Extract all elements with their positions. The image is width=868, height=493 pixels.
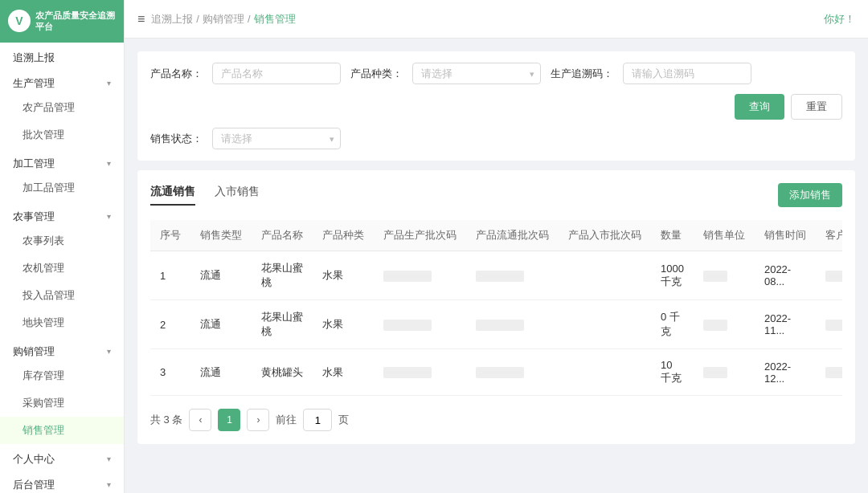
cell-prod-batch [374,300,466,349]
filter-row-1: 产品名称： 产品种类： 请选择 生产追溯码： 查询 重置 [150,63,842,120]
logo-icon: V [8,10,31,32]
cell-sale-time: 2022-12... [755,349,816,396]
cell-sale-type: 流通 [190,300,252,349]
menu-icon[interactable]: ≡ [137,12,145,26]
table-header: 序号 销售类型 产品名称 产品种类 产品生产批次码 产品流通批次码 产品入市批次… [150,220,842,251]
cell-prod-batch [374,251,466,300]
trace-code-input[interactable] [623,63,751,84]
product-type-select-wrapper: 请选择 [412,63,541,84]
cell-sale-type: 流通 [190,251,252,300]
sidebar-section-processing[interactable]: 加工管理 ▾ [0,149,124,174]
breadcrumb-trace[interactable]: 追溯上报 [151,12,193,26]
trace-code-label: 生产追溯码： [551,67,613,81]
sidebar-section-admin[interactable]: 后台管理 ▾ [0,470,124,493]
sidebar-item-sales-mgmt[interactable]: 销售管理 [0,417,124,444]
col-customer: 客户信息 [816,220,842,251]
cell-index: 2 [150,300,190,349]
page-label: 页 [338,413,349,427]
tab-circulation[interactable]: 流通销售 [150,185,195,206]
sidebar-item-block[interactable]: 地块管理 [0,309,124,336]
cell-index: 1 [150,251,190,300]
breadcrumb-current: 销售管理 [254,12,296,26]
logo-text: 农产品质量安全追溯平台 [35,10,116,33]
cell-product-name: 黄桃罐头 [252,349,313,396]
pagination: 共 3 条 ‹ 1 › 前往 页 [150,409,842,431]
goto-label: 前往 [276,413,297,427]
cell-customer [816,300,842,349]
goto-page-input[interactable] [303,409,332,431]
table-tabs-bar: 流通销售 入市销售 添加销售 [150,183,842,207]
cell-customer [816,251,842,300]
cell-circ-batch [466,300,559,349]
sidebar-section-trace[interactable]: 追溯上报 [0,43,124,68]
cell-circ-batch [466,349,559,396]
content-area: 产品名称： 产品种类： 请选择 生产追溯码： 查询 重置 销售状态： [125,39,868,493]
product-type-label: 产品种类： [350,67,403,81]
filter-bar: 产品名称： 产品种类： 请选择 生产追溯码： 查询 重置 销售状态： [137,51,855,161]
cell-quantity: 0 千克 [651,300,694,349]
header: ≡ 追溯上报 / 购销管理 / 销售管理 你好！ [125,0,868,39]
chevron-down-icon: ▾ [107,480,111,489]
header-left: ≡ 追溯上报 / 购销管理 / 销售管理 [137,12,296,26]
product-name-label: 产品名称： [150,67,203,81]
cell-product-name: 花果山蜜桃 [252,251,313,300]
cell-unit [694,349,755,396]
sidebar-item-inventory[interactable]: 库存管理 [0,362,124,389]
col-index: 序号 [150,220,190,251]
breadcrumb-sep2: / [248,13,251,25]
sidebar-item-purchase[interactable]: 采购管理 [0,389,124,417]
sidebar-section-personal[interactable]: 个人中心 ▾ [0,444,124,470]
table-row: 3 流通 黄桃罐头 水果 10 千克 2022-12... 详 [150,349,842,396]
cell-market-batch [559,349,651,396]
cell-sale-type: 流通 [190,349,252,396]
page-1-button[interactable]: 1 [218,409,240,431]
cell-quantity: 10 千克 [651,349,694,396]
chevron-down-icon: ▾ [107,454,111,463]
add-sale-button[interactable]: 添加销售 [778,183,842,207]
prev-page-button[interactable]: ‹ [189,409,211,431]
table-section: 流通销售 入市销售 添加销售 序号 销售类型 产品名称 产品种类 产品生产批次码… [137,170,855,444]
sidebar-section-farm[interactable]: 农事管理 ▾ [0,202,124,227]
product-name-input[interactable] [212,63,341,84]
col-sale-type: 销售类型 [190,220,252,251]
next-page-button[interactable]: › [247,409,269,431]
status-select[interactable]: 请选择 [212,128,341,149]
cell-prod-batch [374,349,466,396]
tab-market[interactable]: 入市销售 [215,185,260,206]
sidebar-item-farm-list[interactable]: 农事列表 [0,227,124,255]
sidebar-item-agri-product[interactable]: 农产品管理 [0,94,124,121]
status-select-wrapper: 请选择 [212,128,341,149]
col-market-batch: 产品入市批次码 [559,220,651,251]
cell-product-kind: 水果 [313,300,374,349]
cell-product-kind: 水果 [313,251,374,300]
cell-index: 3 [150,349,190,396]
query-button[interactable]: 查询 [735,94,784,120]
sidebar-item-input-product[interactable]: 投入品管理 [0,282,124,309]
sidebar-item-processed-product[interactable]: 加工品管理 [0,174,124,202]
sidebar-section-sales[interactable]: 购销管理 ▾ [0,336,124,362]
sidebar-item-farm-machine[interactable]: 农机管理 [0,255,124,282]
sidebar-menu: 追溯上报 生产管理 ▾ 农产品管理 批次管理 加工管理 ▾ 加工品管理 农事管理… [0,43,124,493]
chevron-down-icon: ▾ [107,212,111,221]
chevron-down-icon: ▾ [107,347,111,356]
sidebar-logo: V 农产品质量安全追溯平台 [0,0,124,43]
table-row: 1 流通 花果山蜜桃 水果 1000 千克 2022-08... 详 [150,251,842,300]
table-row: 2 流通 花果山蜜桃 水果 0 千克 2022-11... 详 [150,300,842,349]
cell-unit [694,251,755,300]
col-prod-batch: 产品生产批次码 [374,220,466,251]
breadcrumb-sales[interactable]: 购销管理 [203,12,244,26]
reset-button[interactable]: 重置 [791,94,842,120]
product-type-select[interactable]: 请选择 [412,63,541,84]
col-quantity: 数量 [651,220,694,251]
sidebar-item-batch[interactable]: 批次管理 [0,121,124,149]
sidebar-section-production[interactable]: 生产管理 ▾ [0,68,124,94]
cell-market-batch [559,300,651,349]
table-body: 1 流通 花果山蜜桃 水果 1000 千克 2022-08... 详 2 流通 … [150,251,842,396]
cell-market-batch [559,251,651,300]
breadcrumb-sep1: / [196,13,199,25]
total-count: 共 3 条 [150,413,182,427]
col-sale-time: 销售时间 [755,220,816,251]
cell-unit [694,300,755,349]
tab-list: 流通销售 入市销售 [150,185,260,206]
table-scroll-container[interactable]: 序号 销售类型 产品名称 产品种类 产品生产批次码 产品流通批次码 产品入市批次… [150,220,842,396]
